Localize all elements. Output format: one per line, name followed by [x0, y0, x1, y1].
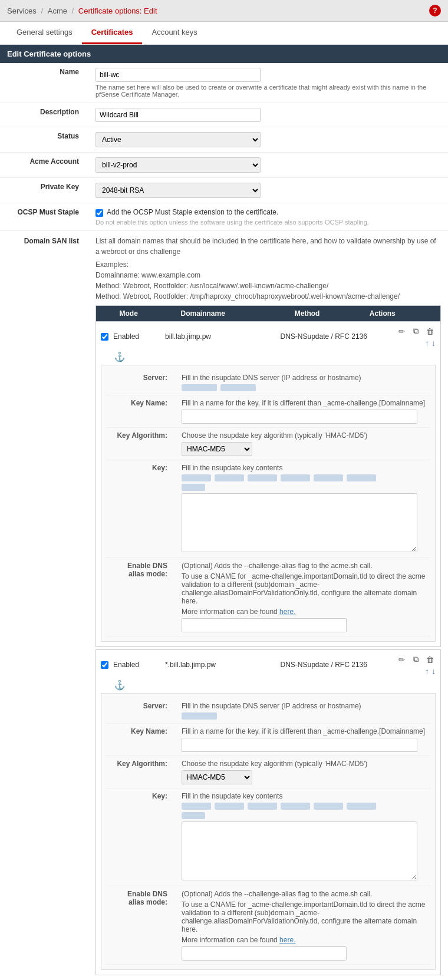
breadcrumb-current: Certificate options: Edit	[78, 6, 157, 15]
description-row: Description	[0, 103, 448, 127]
domain-row-2-main: Enabled *.bill.lab.jimp.pw DNS-NSupdate …	[96, 650, 440, 679]
description-input[interactable]	[95, 108, 261, 122]
tab-certificates[interactable]: Certificates	[82, 22, 143, 44]
k2-b6	[347, 803, 376, 810]
domain-2-detail: Server: Fill in the nsupdate DNS server …	[101, 693, 436, 970]
ocsp-label: OCSP Must Staple	[0, 203, 88, 231]
domain-1-detail-table: Server: Fill in the nsupdate DNS server …	[106, 370, 430, 636]
keyalgo-select-1[interactable]: HMAC-MD5	[182, 442, 252, 456]
dns-alias-input-1[interactable]	[182, 618, 347, 632]
k2-b7	[182, 812, 205, 819]
keyname-row-1: Key Name: Fill in a name for the key, if…	[106, 395, 430, 428]
breadcrumb-acme[interactable]: Acme	[48, 6, 67, 15]
private-key-select[interactable]: 2048-bit RSA 4096-bit RSA 256-bit EC 384…	[95, 183, 261, 198]
k1-b3	[248, 474, 277, 481]
domain-1-method: DNS-NSupdate / RFC 2136	[281, 332, 391, 341]
dns-alias-desc-2: (Optional) Adds the --challenge-alias fl…	[182, 890, 426, 898]
dns-alias-input-2[interactable]	[182, 946, 347, 961]
keyname-input-1[interactable]	[182, 410, 417, 424]
domain-1-mode: Enabled	[113, 332, 160, 341]
ocsp-row: OCSP Must Staple Add the OCSP Must Stapl…	[0, 203, 448, 231]
name-label: Name	[0, 63, 88, 103]
k1-b6	[347, 474, 376, 481]
section-header: Edit Certificate options	[0, 45, 448, 63]
dns-alias-desc2-2: To use a CNAME for _acme-challenge.impor…	[182, 900, 426, 933]
dns-alias-link-2[interactable]: here.	[279, 936, 295, 944]
keyname-input-2[interactable]	[182, 738, 417, 752]
key-row-2: Key: Fill in the nsupdate key contents	[106, 788, 430, 886]
private-key-row: Private Key 2048-bit RSA 4096-bit RSA 25…	[0, 178, 448, 203]
domain-1-delete-icon[interactable]: 🗑	[424, 325, 436, 337]
ocsp-checkbox-label: Add the OCSP Must Staple extension to th…	[107, 208, 278, 216]
dns-alias-desc3-1: More information can be found here.	[182, 608, 426, 616]
col-actions-header: Actions	[364, 306, 441, 322]
server-blur-1	[182, 384, 217, 391]
tab-general-settings[interactable]: General settings	[7, 22, 82, 44]
ocsp-checkbox[interactable]	[95, 209, 103, 217]
description-label: Description	[0, 103, 88, 127]
domain-1-anchor-icon: ⚓	[114, 351, 126, 362]
key-textarea-2[interactable]	[182, 821, 417, 880]
domain-2-anchor-icon: ⚓	[114, 679, 126, 691]
domain-1-copy-icon[interactable]: ⧉	[410, 325, 421, 337]
server-row-1: Server: Fill in the nsupdate DNS server …	[106, 370, 430, 395]
domain-row-1-main: Enabled bill.lab.jimp.pw DNS-NSupdate / …	[96, 322, 440, 351]
domain-san-examples: Examples: Domainname: www.example.com Me…	[95, 259, 441, 302]
dns-alias-desc-1: (Optional) Adds the --challenge-alias fl…	[182, 562, 426, 570]
acme-account-row: Acme Account bill-v2-prod	[0, 153, 448, 178]
domain-2-down-icon[interactable]: ↓	[431, 666, 436, 676]
form-table: Name The name set here will also be used…	[0, 63, 448, 980]
name-input[interactable]	[95, 68, 261, 82]
example-3: Method: Webroot, Rootfolder: /tmp/haprox…	[95, 291, 441, 302]
status-label: Status	[0, 127, 88, 153]
keyalgo-desc-2: Choose the nsupdate key algorithm (typic…	[182, 760, 426, 768]
name-row: Name The name set here will also be used…	[0, 63, 448, 103]
domain-2-up-icon[interactable]: ↑	[425, 666, 429, 676]
keyname-desc-1: Fill in a name for the key, if it is dif…	[182, 399, 426, 407]
domain-1-detail: Server: Fill in the nsupdate DNS server …	[101, 365, 436, 642]
key-label-1: Key:	[106, 460, 177, 558]
col-method-header: Method	[289, 306, 364, 322]
key-textarea-1[interactable]	[182, 493, 417, 552]
domain-2-checkbox[interactable]	[101, 661, 108, 669]
keyalgo-select-2[interactable]: HMAC-MD5	[182, 770, 252, 784]
status-select[interactable]: Active Inactive	[95, 132, 261, 147]
domain-1-checkbox[interactable]	[101, 333, 108, 341]
domain-2-edit-icon[interactable]: ✏	[396, 654, 407, 665]
help-icon[interactable]: ?	[429, 5, 441, 17]
status-row: Status Active Inactive	[0, 127, 448, 153]
dns-alias-desc3-2: More information can be found here.	[182, 936, 426, 944]
domain-1-name: bill.lab.jimp.pw	[165, 332, 276, 341]
domain-1-edit-icon[interactable]: ✏	[396, 325, 407, 337]
keyalgo-label-1: Key Algorithm:	[106, 428, 177, 460]
k1-b1	[182, 474, 211, 481]
tab-account-keys[interactable]: Account keys	[142, 22, 206, 44]
acme-account-select[interactable]: bill-v2-prod	[95, 157, 261, 173]
breadcrumb: Services / Acme / Certificate options: E…	[7, 6, 157, 15]
ocsp-help: Do not enable this option unless the sof…	[95, 219, 441, 226]
example-2: Method: Webroot, Rootfolder: /usr/local/…	[95, 281, 441, 291]
dns-alias-row-2: Enable DNS alias mode: (Optional) Adds t…	[106, 886, 430, 965]
main-content: Edit Certificate options Name The name s…	[0, 45, 448, 980]
keyname-row-2: Key Name: Fill in a name for the key, if…	[106, 724, 430, 756]
k1-b4	[281, 474, 310, 481]
tabs-bar: General settings Certificates Account ke…	[0, 22, 448, 45]
dns-alias-link-1[interactable]: here.	[279, 608, 295, 616]
breadcrumb-services[interactable]: Services	[7, 6, 37, 15]
ocsp-checkbox-row: Add the OCSP Must Staple extension to th…	[95, 208, 441, 217]
domain-1-down-icon[interactable]: ↓	[431, 338, 436, 348]
keyalgo-label-2: Key Algorithm:	[106, 756, 177, 788]
domain-san-row: Domain SAN list List all domain names th…	[0, 231, 448, 981]
private-key-label: Private Key	[0, 178, 88, 203]
k1-b5	[314, 474, 343, 481]
k1-b2	[215, 474, 244, 481]
domain-1-up-icon[interactable]: ↑	[425, 338, 429, 348]
dns-alias-row-1: Enable DNS alias mode: (Optional) Adds t…	[106, 558, 430, 636]
domain-entry-2: Enabled *.bill.lab.jimp.pw DNS-NSupdate …	[95, 649, 441, 975]
sep2: /	[72, 6, 76, 15]
domain-2-copy-icon[interactable]: ⧉	[410, 654, 421, 665]
k2-b5	[314, 803, 343, 810]
server-blur-3	[182, 712, 217, 720]
col-check-header	[96, 306, 114, 322]
domain-2-delete-icon[interactable]: 🗑	[424, 654, 436, 665]
